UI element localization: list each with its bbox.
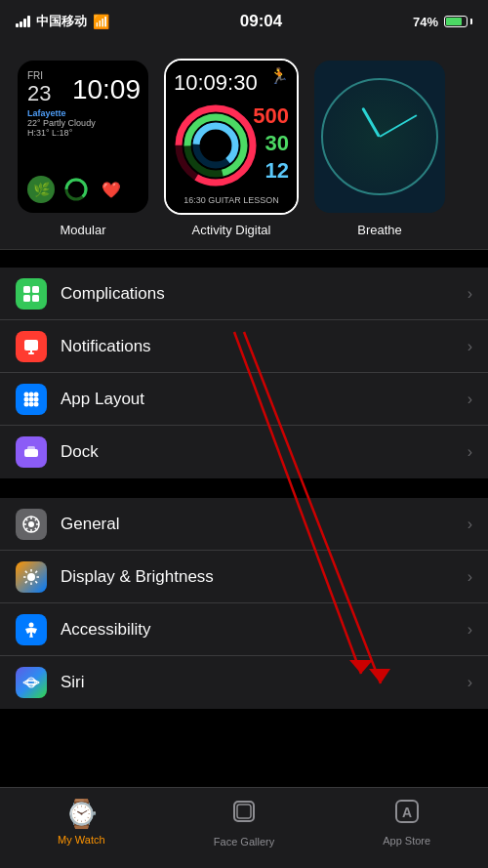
- carrier-label: 中国移动: [36, 13, 87, 30]
- svg-point-16: [29, 392, 34, 396]
- siri-chevron: ›: [468, 674, 472, 691]
- accessibility-icon: [16, 614, 47, 645]
- my-watch-label: My Watch: [58, 834, 105, 846]
- mod-day: FRI: [27, 70, 51, 81]
- notifications-label: Notifications: [61, 337, 468, 356]
- faces-section: FRI 23 10:09 Lafayette 22° Partly Cloudy…: [0, 43, 488, 250]
- svg-point-15: [24, 392, 29, 396]
- act-time: 10:09:30: [174, 70, 258, 96]
- signal-bars: [16, 16, 30, 27]
- act-stand: 12: [265, 158, 289, 184]
- mod-location: Lafayette: [27, 108, 139, 118]
- svg-point-19: [29, 396, 34, 401]
- settings-item-complications[interactable]: Complications ›: [0, 268, 488, 320]
- notifications-chevron: ›: [468, 338, 472, 355]
- svg-rect-9: [32, 286, 39, 293]
- battery-percent: 74%: [413, 15, 438, 29]
- notifications-icon: [16, 331, 47, 362]
- svg-rect-56: [237, 805, 251, 818]
- act-stats: 500 30 12: [253, 103, 289, 184]
- face-gallery-icon: [230, 798, 258, 832]
- app-layout-label: App Layout: [61, 390, 468, 409]
- face-label-modular: Modular: [61, 223, 106, 237]
- complications-icon: [16, 278, 47, 310]
- signal-bar-1: [16, 23, 19, 27]
- siri-label: Siri: [61, 673, 468, 692]
- svg-line-33: [35, 527, 37, 529]
- face-activity-display: 🏃 10:09:30: [166, 61, 297, 213]
- face-item-modular[interactable]: FRI 23 10:09 Lafayette 22° Partly Cloudy…: [16, 59, 150, 237]
- app-store-icon: A: [393, 798, 421, 831]
- signal-bar-2: [20, 21, 22, 27]
- status-bar: 中国移动 📶 09:04 74%: [0, 0, 488, 43]
- app-layout-icon: [16, 384, 47, 415]
- minute-hand: [379, 114, 417, 138]
- svg-point-20: [34, 396, 39, 401]
- general-chevron: ›: [468, 516, 472, 533]
- svg-point-21: [24, 401, 29, 406]
- svg-point-23: [34, 401, 39, 406]
- tab-app-store[interactable]: A App Store: [325, 798, 488, 847]
- tab-bar: ⌚ My Watch Face Gallery A App Store: [0, 787, 488, 868]
- face-label-activity: Activity Digital: [192, 223, 271, 237]
- face-gallery-label: Face Gallery: [214, 836, 274, 847]
- svg-rect-12: [24, 340, 38, 351]
- mod-date: 23: [27, 81, 51, 106]
- section-system-settings: General › Display & Brightness ›: [0, 498, 488, 709]
- svg-rect-14: [30, 351, 32, 353]
- face-label-breathe: Breathe: [357, 223, 402, 237]
- svg-line-34: [35, 518, 37, 520]
- mod-weather: 22° Partly Cloudy: [27, 118, 139, 128]
- accessibility-chevron: ›: [468, 621, 472, 639]
- my-watch-icon: ⌚: [64, 798, 99, 830]
- app-store-label: App Store: [383, 835, 430, 847]
- settings-item-general[interactable]: General ›: [0, 498, 488, 551]
- display-label: Display & Brightness: [61, 567, 468, 587]
- battery-icon: [444, 16, 472, 27]
- svg-point-18: [24, 396, 29, 401]
- face-item-breathe[interactable]: Breathe: [312, 59, 447, 237]
- battery-body: [444, 16, 468, 27]
- svg-line-47: [31, 632, 32, 638]
- general-icon: [16, 509, 47, 540]
- svg-line-43: [35, 570, 37, 572]
- svg-rect-11: [32, 295, 39, 302]
- settings-item-app-layout[interactable]: App Layout ›: [0, 373, 488, 426]
- svg-text:A: A: [402, 805, 412, 820]
- dock-label: Dock: [61, 442, 468, 462]
- settings-item-notifications[interactable]: Notifications ›: [0, 320, 488, 373]
- section-watch-settings: Complications › Notifications ›: [0, 268, 488, 478]
- comp-leaf: 🌿: [27, 176, 55, 203]
- clock-time: 09:04: [240, 12, 282, 31]
- tab-face-gallery[interactable]: Face Gallery: [163, 798, 326, 847]
- face-breathe-display: [314, 61, 445, 213]
- svg-point-36: [27, 573, 35, 581]
- hour-hand: [361, 107, 381, 138]
- accessibility-label: Accessibility: [61, 620, 468, 640]
- breathe-hands: [323, 80, 436, 193]
- tab-my-watch[interactable]: ⌚ My Watch: [0, 798, 163, 846]
- settings-item-display[interactable]: Display & Brightness ›: [0, 551, 488, 603]
- settings-item-dock[interactable]: Dock ›: [0, 426, 488, 478]
- mod-complications: 🌿 ❤️: [27, 176, 125, 203]
- face-item-activity[interactable]: 🏃 10:09:30: [164, 59, 299, 237]
- svg-point-27: [28, 521, 34, 527]
- svg-point-17: [34, 392, 39, 396]
- face-card-breathe[interactable]: [312, 59, 447, 215]
- settings-item-siri[interactable]: Siri ›: [0, 656, 488, 709]
- display-chevron: ›: [468, 568, 472, 586]
- svg-rect-25: [27, 446, 35, 451]
- breathe-clock: [321, 78, 438, 195]
- svg-rect-10: [23, 295, 30, 302]
- svg-line-35: [25, 527, 27, 529]
- general-label: General: [61, 515, 468, 534]
- status-left: 中国移动 📶: [16, 13, 109, 30]
- mod-temp: H:31° L:18°: [27, 128, 139, 138]
- face-card-activity[interactable]: 🏃 10:09:30: [164, 59, 299, 215]
- settings-item-accessibility[interactable]: Accessibility ›: [0, 603, 488, 656]
- faces-scroll[interactable]: FRI 23 10:09 Lafayette 22° Partly Cloudy…: [0, 59, 488, 237]
- svg-rect-8: [23, 286, 30, 293]
- face-card-modular[interactable]: FRI 23 10:09 Lafayette 22° Partly Cloudy…: [16, 59, 150, 215]
- app-layout-chevron: ›: [468, 391, 472, 408]
- dock-icon: [16, 436, 47, 468]
